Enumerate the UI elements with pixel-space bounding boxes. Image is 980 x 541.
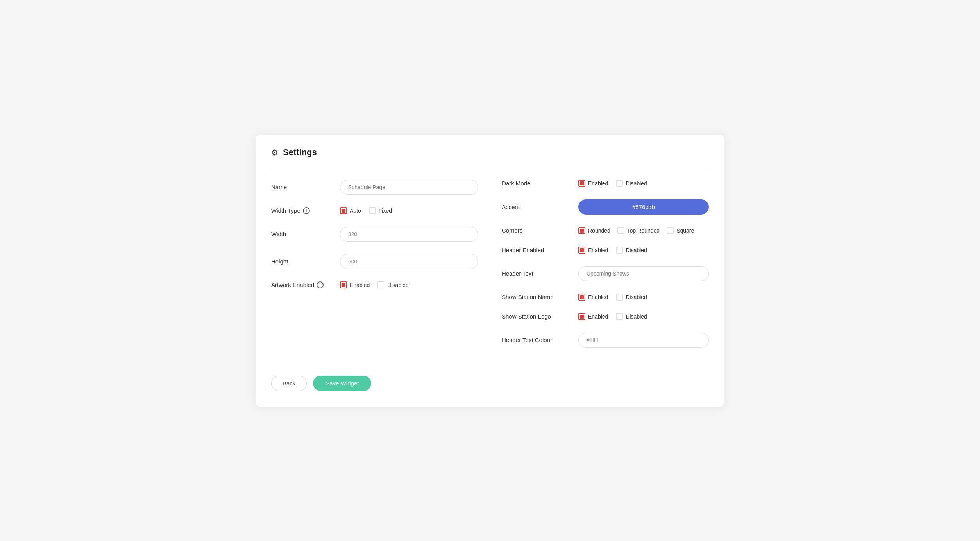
artwork-disabled-option[interactable]: Disabled — [377, 281, 408, 288]
show-station-logo-label: Show Station Logo — [502, 313, 572, 320]
header-enabled-on-checkbox[interactable] — [578, 247, 585, 254]
header-text-input[interactable] — [578, 266, 709, 281]
width-type-label: Width Type i — [271, 207, 334, 214]
accent-color-button[interactable]: #576cdb — [578, 199, 709, 215]
header-enabled-label: Header Enabled — [502, 247, 572, 253]
show-station-name-control: Enabled Disabled — [578, 294, 709, 301]
right-column: Dark Mode Enabled Disabled Accent #576c — [502, 180, 709, 360]
name-field-row: Name — [271, 180, 478, 195]
height-input[interactable] — [340, 254, 478, 269]
accent-field-row: Accent #576cdb — [502, 199, 709, 215]
height-field-row: Height — [271, 254, 478, 269]
show-station-name-label: Show Station Name — [502, 294, 572, 300]
page-title: Settings — [283, 147, 317, 158]
save-widget-button[interactable]: Save Widget — [313, 376, 371, 391]
dark-mode-disabled-label: Disabled — [626, 180, 647, 186]
name-label: Name — [271, 184, 334, 190]
corners-rounded-checkbox[interactable] — [578, 227, 585, 234]
gear-icon: ⚙ — [271, 148, 278, 157]
corners-top-rounded-label: Top Rounded — [627, 228, 660, 234]
dark-mode-label: Dark Mode — [502, 180, 572, 186]
ssl-disabled-label: Disabled — [626, 313, 647, 320]
width-type-auto-checkbox[interactable] — [340, 207, 347, 214]
width-input[interactable] — [340, 227, 478, 242]
dark-mode-disabled-option[interactable]: Disabled — [616, 180, 647, 187]
corners-square-label: Square — [676, 228, 694, 234]
header-text-label: Header Text — [502, 270, 572, 277]
width-control — [340, 227, 478, 242]
corners-square-option[interactable]: Square — [667, 227, 694, 234]
dark-mode-disabled-checkbox[interactable] — [616, 180, 623, 187]
left-column: Name Width Type i Auto — [271, 180, 478, 360]
height-control — [340, 254, 478, 269]
width-type-info-icon[interactable]: i — [303, 207, 310, 214]
artwork-disabled-checkbox[interactable] — [377, 281, 384, 288]
ssn-enabled-checkbox[interactable] — [578, 294, 585, 301]
ssl-enabled-option[interactable]: Enabled — [578, 313, 608, 320]
dark-mode-enabled-option[interactable]: Enabled — [578, 180, 608, 187]
settings-page: ⚙ Settings Name Width Type i — [256, 135, 724, 407]
page-header: ⚙ Settings — [271, 147, 709, 158]
corners-rounded-option[interactable]: Rounded — [578, 227, 610, 234]
width-type-fixed-option[interactable]: Fixed — [369, 207, 392, 214]
width-field-row: Width — [271, 227, 478, 242]
header-enabled-field-row: Header Enabled Enabled Disabled — [502, 247, 709, 254]
ssn-disabled-checkbox[interactable] — [616, 294, 623, 301]
header-divider — [271, 167, 709, 167]
accent-label: Accent — [502, 204, 572, 210]
ssl-enabled-checkbox[interactable] — [578, 313, 585, 320]
show-station-name-field-row: Show Station Name Enabled Disabled — [502, 294, 709, 301]
header-text-colour-label: Header Text Colour — [502, 337, 572, 343]
back-button[interactable]: Back — [271, 376, 307, 391]
artwork-disabled-option-label: Disabled — [387, 282, 408, 288]
header-enabled-off-option[interactable]: Disabled — [616, 247, 647, 254]
width-type-fixed-label: Fixed — [379, 208, 392, 214]
footer-buttons: Back Save Widget — [271, 376, 709, 391]
width-type-fixed-checkbox[interactable] — [369, 207, 376, 214]
settings-grid: Name Width Type i Auto — [271, 180, 709, 360]
show-station-logo-control: Enabled Disabled — [578, 313, 709, 320]
artwork-enabled-option[interactable]: Enabled — [340, 281, 370, 288]
header-enabled-control: Enabled Disabled — [578, 247, 709, 254]
width-type-field-row: Width Type i Auto Fixed — [271, 207, 478, 214]
artwork-enabled-label: Artwork Enabled i — [271, 281, 334, 288]
ssn-enabled-option[interactable]: Enabled — [578, 294, 608, 301]
header-text-colour-control — [578, 333, 709, 348]
ssn-disabled-label: Disabled — [626, 294, 647, 300]
header-text-field-row: Header Text — [502, 266, 709, 281]
header-text-colour-field-row: Header Text Colour — [502, 333, 709, 348]
ssn-enabled-label: Enabled — [588, 294, 608, 300]
header-text-colour-input[interactable] — [578, 333, 709, 348]
header-enabled-off-label: Disabled — [626, 247, 647, 253]
header-enabled-off-checkbox[interactable] — [616, 247, 623, 254]
dark-mode-enabled-label: Enabled — [588, 180, 608, 186]
ssn-disabled-option[interactable]: Disabled — [616, 294, 647, 301]
ssl-disabled-option[interactable]: Disabled — [616, 313, 647, 320]
corners-control: Rounded Top Rounded Square — [578, 227, 709, 234]
corners-field-row: Corners Rounded Top Rounded Square — [502, 227, 709, 234]
corners-top-rounded-option[interactable]: Top Rounded — [617, 227, 660, 234]
artwork-enabled-option-label: Enabled — [350, 282, 370, 288]
width-label: Width — [271, 231, 334, 237]
dark-mode-field-row: Dark Mode Enabled Disabled — [502, 180, 709, 187]
header-enabled-on-label: Enabled — [588, 247, 608, 253]
name-input[interactable] — [340, 180, 478, 195]
width-type-control: Auto Fixed — [340, 207, 478, 214]
artwork-enabled-info-icon[interactable]: i — [317, 281, 324, 288]
header-enabled-on-option[interactable]: Enabled — [578, 247, 608, 254]
artwork-enabled-checkbox[interactable] — [340, 281, 347, 288]
artwork-enabled-control: Enabled Disabled — [340, 281, 478, 288]
corners-top-rounded-checkbox[interactable] — [617, 227, 624, 234]
corners-label: Corners — [502, 227, 572, 234]
corners-rounded-label: Rounded — [588, 228, 610, 234]
width-type-auto-option[interactable]: Auto — [340, 207, 361, 214]
width-type-auto-label: Auto — [350, 208, 361, 214]
corners-square-checkbox[interactable] — [667, 227, 674, 234]
show-station-logo-field-row: Show Station Logo Enabled Disabled — [502, 313, 709, 320]
ssl-disabled-checkbox[interactable] — [616, 313, 623, 320]
dark-mode-enabled-checkbox[interactable] — [578, 180, 585, 187]
accent-control: #576cdb — [578, 199, 709, 215]
artwork-enabled-field-row: Artwork Enabled i Enabled Disabled — [271, 281, 478, 288]
ssl-enabled-label: Enabled — [588, 313, 608, 320]
header-text-control — [578, 266, 709, 281]
